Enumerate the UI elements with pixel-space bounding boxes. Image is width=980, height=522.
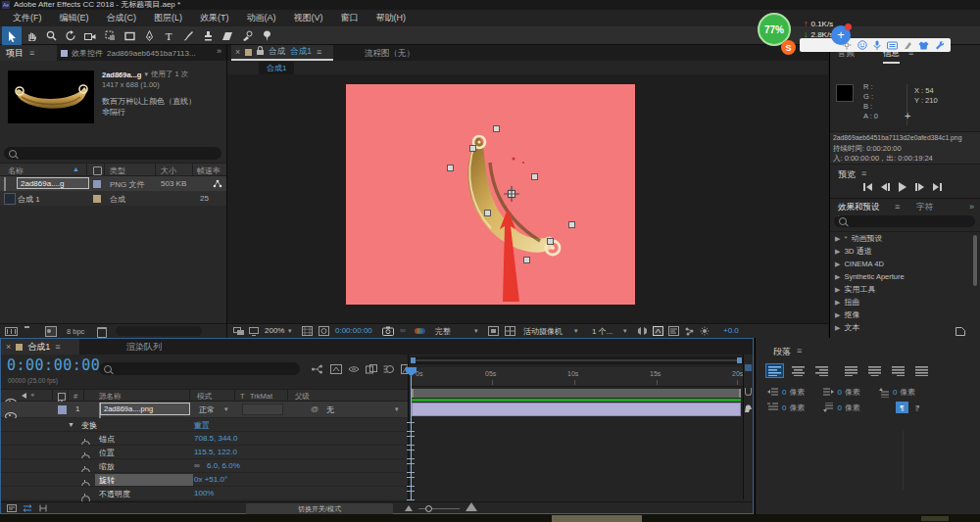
ime-skin-icon[interactable] <box>918 41 929 50</box>
zoom-out-mountain-icon[interactable] <box>405 505 413 511</box>
time-ruler[interactable]: 0s 05s 10s 15s 20s <box>410 367 743 387</box>
column-framerate[interactable]: 帧速率 <box>197 166 220 176</box>
transfer-controls-icon[interactable] <box>23 504 32 512</box>
effects-more-icon[interactable]: » <box>969 202 974 212</box>
paragraph-menu-icon[interactable]: ≡ <box>797 346 802 356</box>
layer-row[interactable]: 1 2ad869a....png 正常 ▾ @ 无 ▾ <box>1 402 408 417</box>
project-row-footage[interactable]: 2ad869a....g PNG 文件 503 KB <box>0 176 226 191</box>
viewer-menu-icon[interactable]: ≡ <box>317 47 321 57</box>
comp-mini-flowchart-icon[interactable] <box>311 364 323 374</box>
effects-item-cinema4d[interactable]: ▶CINEMA 4D <box>830 258 980 270</box>
ime-keyboard-icon[interactable] <box>887 41 898 50</box>
expand-layers-icon[interactable] <box>7 504 17 512</box>
prop-row-position[interactable]: 位置 115.5, 122.0 <box>1 445 408 458</box>
timeline-zoom-knob[interactable] <box>425 505 432 512</box>
zoom-level[interactable]: 200% <box>265 326 284 335</box>
viewer-timecode[interactable]: 0:00:00:00 <box>335 326 372 335</box>
trkmat-select[interactable] <box>242 403 283 415</box>
navigator-end-handle[interactable] <box>737 357 742 363</box>
time-navigator[interactable] <box>410 356 743 364</box>
camera-chevron-icon[interactable]: ▾ <box>574 327 578 335</box>
prop-value[interactable]: 0x +51.0° <box>194 475 227 484</box>
interpret-footage-icon[interactable] <box>5 327 18 336</box>
indent-right-field[interactable]: 0像素 <box>822 387 859 398</box>
tab-composition[interactable]: × 合成 合成1 ≡ <box>231 45 333 61</box>
mode-chevron-icon[interactable]: ▾ <box>224 405 228 413</box>
tab-character[interactable]: 字符 <box>916 202 933 214</box>
selection-tool[interactable] <box>2 26 22 45</box>
comp-label-chip[interactable] <box>93 195 101 203</box>
preview-menu-icon[interactable]: ≡ <box>861 168 866 178</box>
pan-behind-tool[interactable] <box>100 26 120 45</box>
menu-file[interactable]: 文件(F) <box>4 12 51 24</box>
column-size[interactable]: 大小 <box>161 166 176 176</box>
ime-emoji-icon[interactable] <box>858 40 867 50</box>
ltr-direction-button[interactable]: ¶ <box>896 402 908 413</box>
align-center-button[interactable] <box>789 363 808 378</box>
layer-name[interactable]: 2ad869a....png <box>100 403 190 415</box>
composition-frame[interactable] <box>346 84 635 305</box>
tab-effect-controls[interactable]: 效果控件 2ad869aeb6451ba7113... <box>61 45 210 61</box>
draft-3d-icon[interactable] <box>330 364 342 374</box>
effects-item-utility[interactable]: ▶实用工具 <box>830 283 980 296</box>
zoom-in-mountain-icon[interactable] <box>466 502 477 511</box>
timeline-search-input[interactable] <box>99 362 300 375</box>
safe-margins-icon[interactable] <box>302 326 313 336</box>
type-tool[interactable]: T <box>159 26 178 45</box>
next-frame-button[interactable] <box>915 183 924 191</box>
effects-item-synthetic[interactable]: ▶Synthetic Aperture <box>830 270 980 283</box>
column-type[interactable]: 类型 <box>110 166 125 176</box>
timeline-button-icon[interactable] <box>668 326 679 336</box>
sogou-logo[interactable]: S <box>781 40 796 55</box>
playhead-line[interactable] <box>411 367 412 499</box>
justify-last-left-button[interactable] <box>842 363 860 378</box>
trash-icon[interactable] <box>97 327 107 338</box>
tab-flowchart[interactable]: 流程图（无） <box>365 48 415 60</box>
rtl-direction-button[interactable]: ¶ <box>911 402 924 413</box>
fast-previews-icon[interactable] <box>653 326 663 336</box>
space-after-field[interactable]: 0像素 <box>822 403 859 413</box>
close-tab-icon[interactable]: × <box>6 342 11 352</box>
current-timecode[interactable]: 0:00:00:00 <box>7 356 100 374</box>
comp-flowchart-icon[interactable] <box>684 326 695 336</box>
column-name[interactable]: 名称 <box>8 166 24 176</box>
project-row-comp[interactable]: 合成 1 合成 25 <box>0 191 226 206</box>
shape-tool[interactable] <box>120 26 139 45</box>
transform-group-label[interactable]: 变换 <box>81 420 97 431</box>
prop-row-anchor[interactable]: 锚点 708.5, 344.0 <box>1 431 408 445</box>
new-composition-icon[interactable] <box>45 326 57 337</box>
tab-render-queue[interactable]: 渲染队列 <box>126 341 162 354</box>
last-frame-button[interactable] <box>933 183 942 191</box>
indent-left-field[interactable]: 0像素 <box>767 387 805 398</box>
work-area-bar[interactable] <box>412 389 741 398</box>
comp-breadcrumb[interactable]: 合成1 <box>259 62 294 74</box>
timeline-menu-icon[interactable]: ≡ <box>55 342 60 352</box>
layer-duration-bar[interactable] <box>412 403 741 416</box>
menu-view[interactable]: 视图(V) <box>285 12 332 24</box>
zoom-tool[interactable] <box>41 26 61 45</box>
camera-tool[interactable] <box>80 26 100 45</box>
prop-value[interactable]: 708.5, 344.0 <box>194 434 237 443</box>
resolution-chevron-icon[interactable]: ▾ <box>474 327 478 335</box>
comp-tab-name[interactable]: 合成1 <box>290 46 312 58</box>
eraser-tool[interactable] <box>218 26 237 45</box>
t-column[interactable]: T <box>240 392 245 401</box>
prev-frame-button[interactable] <box>881 183 890 191</box>
effects-item-presets[interactable]: ▶* 动画预设 <box>830 232 980 245</box>
puppet-pin-tool[interactable] <box>257 26 276 45</box>
view-layout-select[interactable]: 1 个... <box>592 326 612 337</box>
ime-mic-icon[interactable] <box>873 40 881 50</box>
nav-end-icon[interactable] <box>745 364 752 371</box>
menu-composition[interactable]: 合成(C) <box>98 12 146 24</box>
prop-row-rotation[interactable]: 旋转 0x +51.0° <box>1 472 408 486</box>
in-out-columns-icon[interactable] <box>38 504 48 512</box>
first-frame-button[interactable] <box>863 183 872 191</box>
shy-icon[interactable] <box>348 364 360 374</box>
menu-help[interactable]: 帮助(H) <box>368 12 416 24</box>
snapshot-icon[interactable] <box>382 326 394 336</box>
pixel-aspect-icon[interactable] <box>637 326 648 336</box>
project-search-input[interactable] <box>4 147 221 160</box>
footage-name-chevron-icon[interactable]: ▾ <box>144 71 148 78</box>
ime-handwriting-icon[interactable] <box>904 40 912 50</box>
effects-item-3d[interactable]: ▶3D 通道 <box>830 245 980 258</box>
